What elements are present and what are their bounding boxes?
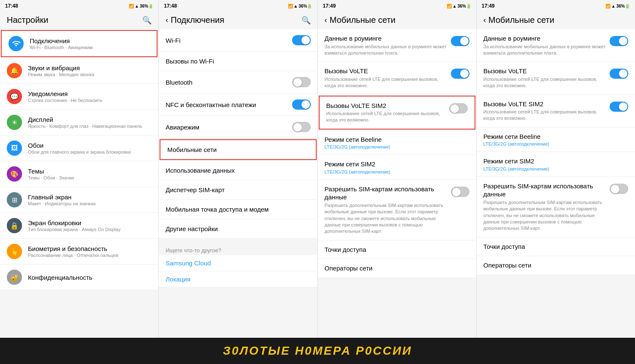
biom-icon: 👆: [7, 244, 22, 259]
sim-data-toggle-4[interactable]: [610, 184, 628, 194]
screen1-content: Подключения Wi-Fi · Bluetooth · Авиарежи…: [0, 29, 158, 338]
signal-icon-2: 📶: [288, 4, 293, 8]
volte-sim2-toggle-3[interactable]: [449, 103, 468, 113]
connections-icon: [8, 36, 24, 51]
volte-toggle-3[interactable]: [451, 69, 469, 79]
search-icon-2[interactable]: 🔍: [301, 16, 311, 25]
header-2: ‹ Подключения 🔍: [159, 12, 317, 29]
settings-item-biometrics[interactable]: 👆 Биометрия и безопасность Распознавание…: [0, 239, 158, 265]
wallpaper-title: Обои: [28, 142, 152, 149]
volte-sim2-text-3: Вызовы VoLTE SIM2 Использование сетей LT…: [326, 102, 446, 124]
sim-data-item-4[interactable]: Разрешить SIM-картам использовать данные…: [477, 177, 635, 237]
settings-item-privacy[interactable]: 🔐 Конфиденциальность: [0, 265, 158, 290]
back-button-2[interactable]: ‹ Подключения: [166, 15, 224, 25]
sim-data-item-3[interactable]: Разрешить SIM-картам использовать данные…: [318, 180, 476, 240]
status-bar-4: 17:49 📶 ▲ 36%🔋: [477, 0, 635, 12]
sound-text: Звуки и вибрация Режим звука · Мелодия з…: [28, 64, 152, 77]
volte-sim2-title-4: Вызовы VoLTE SIM2: [483, 100, 606, 108]
roaming-toggle-4[interactable]: [610, 36, 628, 46]
sim2-item-3[interactable]: Режим сети SIM2 LTE/3G/2G (автоподключен…: [318, 155, 476, 180]
roaming-item-4[interactable]: Данные в роуминге За использование мобил…: [477, 29, 635, 62]
sim2-item-4[interactable]: Режим сети SIM2 LTE/3G/2G (автоподключен…: [477, 152, 635, 177]
hotspot-ap-title-4: Точки доступа: [483, 243, 628, 251]
settings-item-sound[interactable]: 🔔 Звуки и вибрация Режим звука · Мелодия…: [0, 58, 158, 84]
display-text: Дисплей Яркость · Комфорт для глаз · Нав…: [28, 116, 152, 129]
hotspot-ap-item-3[interactable]: Точки доступа: [318, 240, 476, 259]
data-usage-item[interactable]: Использование данных: [159, 161, 317, 180]
sim-data-subtitle-4: Разрешить дополнительным SIM-картам испо…: [483, 199, 606, 232]
battery-text-4: 36%🔋: [616, 4, 630, 8]
settings-item-lockscreen[interactable]: 🔒 Экран блокировки Тип блокировки экрана…: [0, 213, 158, 239]
other-settings-item[interactable]: Другие настройки: [159, 219, 317, 239]
signal-icon-4: 📶: [605, 4, 610, 8]
sound-icon: 🔔: [7, 63, 22, 78]
sim-data-toggle-3[interactable]: [451, 187, 469, 197]
wifi-status-icon-4: ▲: [611, 4, 616, 8]
samsung-cloud-link[interactable]: Samsung Cloud: [159, 255, 317, 271]
bluetooth-item[interactable]: Bluetooth: [159, 71, 317, 94]
airplane-item[interactable]: Авиарежим: [159, 116, 317, 138]
roaming-item-3[interactable]: Данные в роуминге За использование мобил…: [318, 29, 476, 62]
roaming-toggle-3[interactable]: [451, 36, 469, 46]
wifi-calls-label: Вызовы по Wi-Fi: [166, 58, 214, 65]
volte-sim2-item-4[interactable]: Вызовы VoLTE SIM2 Использование сетей LT…: [477, 95, 635, 127]
wallpaper-icon: 🖼: [7, 141, 22, 156]
home-text: Главный экран Макет · Индикаторы на знач…: [28, 193, 152, 206]
volte-sim2-item-3[interactable]: Вызовы VoLTE SIM2 Использование сетей LT…: [319, 96, 475, 130]
roaming-title-3: Данные в роуминге: [325, 34, 447, 43]
back-button-4[interactable]: ‹ Мобильные сети: [483, 15, 555, 25]
header-title-3: Мобильные сети: [330, 15, 396, 25]
screen4-content: Данные в роуминге За использование мобил…: [477, 29, 635, 338]
mobile-networks-item[interactable]: Мобильные сети: [160, 139, 316, 160]
wifi-item[interactable]: Wi-Fi: [159, 29, 317, 52]
search-icon-1[interactable]: 🔍: [142, 16, 152, 25]
volte-sim2-subtitle-4: Использование сетей LTE для совершения в…: [483, 109, 606, 122]
settings-item-display[interactable]: ☀ Дисплей Яркость · Комфорт для глаз · Н…: [0, 110, 158, 135]
settings-item-home[interactable]: ⊞ Главный экран Макет · Индикаторы на зн…: [0, 187, 158, 213]
bluetooth-toggle[interactable]: [292, 77, 311, 87]
volte-item-3[interactable]: Вызовы VoLTE Использование сетей LTE для…: [318, 62, 476, 94]
beeline-item-3[interactable]: Режим сети Beeline LTE/3G/2G (автоподклю…: [318, 130, 476, 155]
battery-text-1: 36%🔋: [140, 4, 153, 8]
settings-item-themes[interactable]: 🎨 Темы Темы · Обои · Значки: [0, 161, 158, 187]
volte-item-4[interactable]: Вызовы VoLTE Использование сетей LTE для…: [477, 62, 635, 94]
privacy-text: Конфиденциальность: [28, 274, 152, 281]
sim2-title-4: Режим сети SIM2: [483, 157, 628, 165]
volte-sim2-toggle-4[interactable]: [610, 102, 628, 112]
back-arrow-4: ‹: [483, 16, 486, 25]
header-title-4: Мобильные сети: [489, 15, 555, 25]
volte-toggle-4[interactable]: [610, 69, 628, 79]
volte-sim2-title-3: Вызовы VoLTE SIM2: [326, 102, 446, 110]
display-subtitle: Яркость · Комфорт для глаз · Навигационн…: [28, 124, 152, 129]
header-1: Настройки 🔍: [0, 12, 158, 29]
back-arrow-3: ‹: [325, 16, 327, 25]
wifi-toggle[interactable]: [292, 35, 311, 45]
privacy-title: Конфиденциальность: [28, 274, 152, 281]
settings-item-notif[interactable]: 💬 Уведомления Строка состояния · Не бесп…: [0, 84, 158, 110]
location-link[interactable]: Локация: [159, 271, 317, 287]
hotspot-ap-item-4[interactable]: Точки доступа: [477, 237, 635, 256]
status-icons-2: 📶 ▲ 36%🔋: [288, 4, 312, 8]
sim2-link-3: LTE/3G/2G (автоподключение): [325, 169, 469, 174]
back-button-3[interactable]: ‹ Мобильные сети: [325, 15, 396, 25]
header-4: ‹ Мобильные сети: [477, 12, 635, 29]
roaming-title-4: Данные в роуминге: [483, 34, 606, 43]
operators-item-4[interactable]: Операторы сети: [477, 256, 635, 275]
sim-data-text-4: Разрешить SIM-картам использовать данные…: [483, 182, 606, 232]
beeline-item-4[interactable]: Режим сети Beeline LTE/3G/2G (автоподклю…: [477, 127, 635, 152]
sim-data-text-3: Разрешить SIM-картам использовать данные…: [325, 185, 447, 235]
settings-item-wallpaper[interactable]: 🖼 Обои Обои для главного экрана и экрана…: [0, 135, 158, 161]
settings-item-connections[interactable]: Подключения Wi-Fi · Bluetooth · Авиарежи…: [1, 30, 157, 57]
nfc-item[interactable]: NFC и бесконтактные платежи: [159, 94, 317, 116]
suggestions-header: Ищете что-то другое?: [159, 242, 317, 255]
hotspot-item[interactable]: Мобильная точка доступа и модем: [159, 200, 317, 219]
wifi-calls-item[interactable]: Вызовы по Wi-Fi: [159, 52, 317, 71]
time-4: 17:49: [482, 3, 495, 9]
nfc-toggle[interactable]: [292, 99, 311, 110]
operators-item-3[interactable]: Операторы сети: [318, 259, 476, 278]
screen-settings: 17:48 📶 ▲ 36%🔋 Настройки 🔍 Подключения W…: [0, 0, 159, 338]
home-title: Главный экран: [28, 193, 152, 201]
sim-manager-item[interactable]: Диспетчер SIM-карт: [159, 180, 317, 200]
airplane-toggle[interactable]: [292, 122, 311, 132]
time-2: 17:48: [164, 3, 177, 9]
